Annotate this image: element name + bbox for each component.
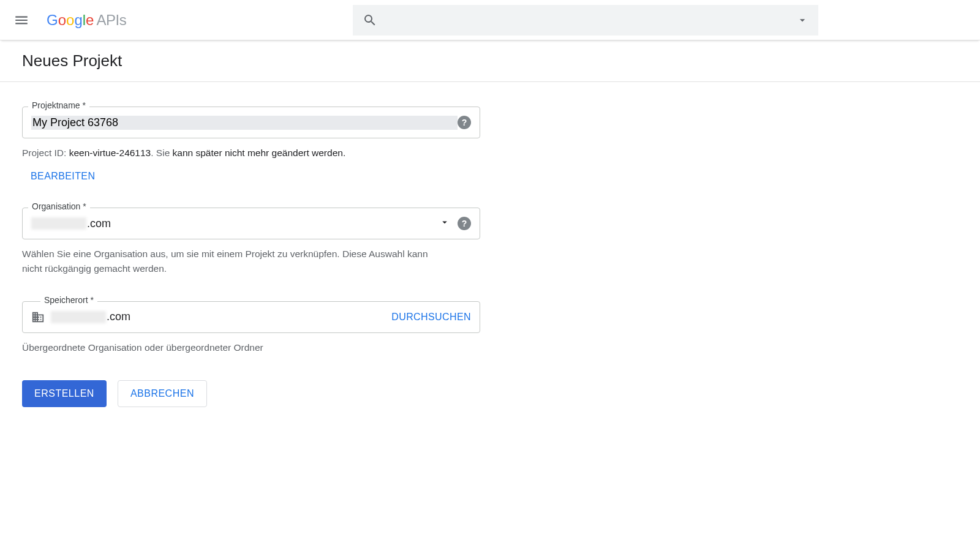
organisation-help-icon[interactable]: ? [458, 217, 471, 230]
location-field-wrap: Speicherort * .com DURCHSUCHEN [22, 301, 480, 333]
project-name-field-wrap: Projektname * ? [22, 107, 480, 138]
search-input[interactable] [387, 15, 796, 26]
search-bar[interactable] [353, 5, 818, 36]
location-value-suffix: .com [107, 310, 130, 323]
menu-button[interactable] [9, 7, 34, 33]
location-label: Speicherort * [40, 295, 97, 305]
location-value-redacted [51, 311, 106, 323]
project-name-field[interactable]: ? [22, 107, 480, 138]
organisation-value-suffix: .com [87, 217, 111, 230]
location-hint: Übergeordnete Organisation oder übergeor… [22, 340, 480, 354]
organisation-dropdown-icon[interactable] [439, 217, 450, 231]
new-project-form: Projektname * ? Project ID: keen-virtue-… [0, 82, 502, 432]
organisation-select[interactable]: .com ? [22, 208, 480, 239]
location-field[interactable]: .com DURCHSUCHEN [22, 301, 480, 333]
organisation-field-wrap: Organisation * .com ? [22, 208, 480, 239]
organisation-label: Organisation * [28, 201, 90, 211]
project-name-label: Projektname * [28, 100, 89, 110]
create-button[interactable]: ERSTELLEN [22, 380, 107, 407]
page-title: Neues Projekt [22, 51, 958, 70]
project-id-hint: Project ID: keen-virtue-246113. Sie kann… [22, 146, 480, 160]
product-logo[interactable]: Google APIs [47, 13, 126, 28]
app-header: Google APIs [0, 0, 980, 40]
browse-location-button[interactable]: DURCHSUCHEN [391, 312, 471, 323]
building-icon [31, 310, 45, 324]
organisation-value-redacted [31, 217, 86, 230]
product-logo-suffix: APIs [96, 13, 126, 28]
page-subheader: Neues Projekt [0, 40, 980, 82]
search-dropdown-icon[interactable] [796, 14, 809, 26]
edit-project-id-button[interactable]: BEARBEITEN [31, 171, 95, 182]
organisation-hint: Wählen Sie eine Organisation aus, um sie… [22, 247, 439, 276]
form-actions: ERSTELLEN ABBRECHEN [22, 380, 480, 407]
hamburger-icon [13, 12, 29, 28]
caret-down-icon [439, 217, 450, 228]
organisation-icon [31, 310, 45, 324]
cancel-button[interactable]: ABBRECHEN [118, 380, 207, 407]
project-name-help-icon[interactable]: ? [458, 116, 471, 129]
search-icon [363, 13, 377, 28]
project-name-input[interactable] [31, 116, 458, 130]
